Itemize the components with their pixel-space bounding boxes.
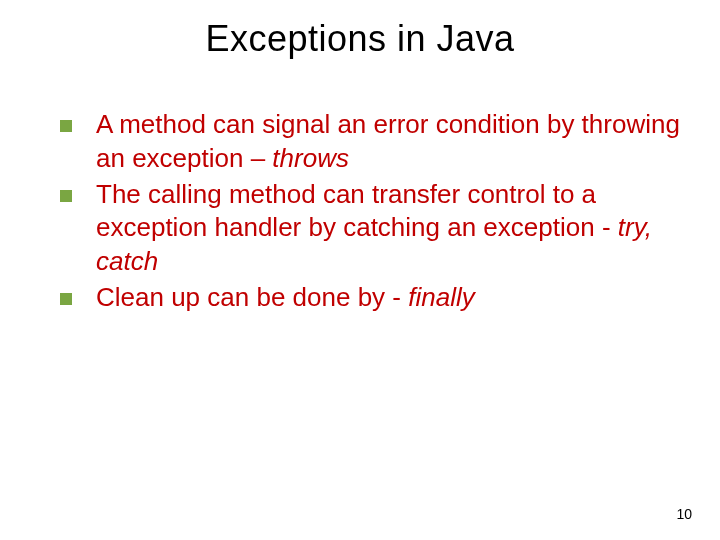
- bullet-text-pre: A method can signal an error condition b…: [96, 109, 680, 173]
- bullet-text: Clean up can be done by - finally: [96, 281, 475, 315]
- bullet-text-pre: Clean up can be done by -: [96, 282, 408, 312]
- slide-title: Exceptions in Java: [0, 0, 720, 60]
- page-number: 10: [676, 506, 692, 522]
- bullet-list: A method can signal an error condition b…: [0, 108, 720, 315]
- bullet-text: The calling method can transfer control …: [96, 178, 680, 279]
- bullet-text: A method can signal an error condition b…: [96, 108, 680, 176]
- list-item: The calling method can transfer control …: [60, 178, 680, 279]
- slide: Exceptions in Java A method can signal a…: [0, 0, 720, 540]
- bullet-text-pre: The calling method can transfer control …: [96, 179, 618, 243]
- list-item: Clean up can be done by - finally: [60, 281, 680, 315]
- keyword: throws: [272, 143, 349, 173]
- bullet-icon: [60, 293, 72, 305]
- list-item: A method can signal an error condition b…: [60, 108, 680, 176]
- keyword: finally: [408, 282, 474, 312]
- bullet-icon: [60, 190, 72, 202]
- bullet-icon: [60, 120, 72, 132]
